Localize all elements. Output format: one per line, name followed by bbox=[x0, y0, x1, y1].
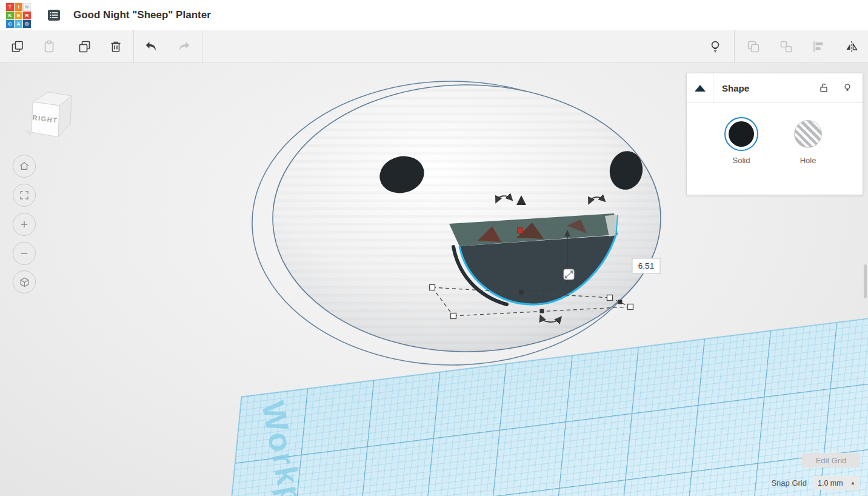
right-scrollbar[interactable] bbox=[864, 264, 867, 298]
logo-letter: T bbox=[6, 3, 14, 11]
solid-option-label: Solid bbox=[733, 156, 750, 165]
viewcube[interactable]: RIGHT bbox=[21, 84, 81, 144]
solid-selected-ring bbox=[724, 117, 758, 151]
inspector-title: Shape bbox=[722, 83, 749, 93]
chevron-up-icon: ▲ bbox=[850, 480, 855, 486]
solid-swatch bbox=[729, 121, 754, 147]
edge-scale-handle[interactable] bbox=[519, 290, 524, 295]
solid-option[interactable]: Solid bbox=[714, 116, 769, 165]
home-view-button[interactable] bbox=[13, 155, 36, 178]
ungroup-icon[interactable] bbox=[778, 39, 794, 55]
toolbar-separator bbox=[133, 30, 134, 63]
main-toolbar bbox=[0, 30, 868, 63]
perspective-toggle-button[interactable] bbox=[13, 270, 36, 293]
design-menu-icon[interactable] bbox=[45, 7, 62, 23]
hole-option[interactable]: Hole bbox=[781, 116, 835, 165]
toolbar-right-group bbox=[707, 30, 868, 63]
logo-letter: D bbox=[23, 20, 31, 28]
logo-letter: C bbox=[6, 20, 14, 28]
corner-scale-handle[interactable] bbox=[628, 304, 633, 310]
copy-icon[interactable] bbox=[10, 39, 25, 55]
inspector-header: Shape bbox=[687, 73, 863, 103]
edge-scale-handle[interactable] bbox=[540, 309, 544, 313]
logo-letter: I bbox=[15, 3, 22, 11]
dimension-value: 6.51 bbox=[638, 261, 654, 270]
edge-scale-handle[interactable] bbox=[618, 300, 623, 304]
paste-icon[interactable] bbox=[41, 39, 57, 55]
snap-grid-value: 1.0 mm bbox=[818, 479, 843, 488]
collapse-panel-button[interactable] bbox=[687, 73, 713, 102]
dimension-label[interactable]: 6.51 bbox=[632, 258, 660, 273]
logo-letter: K bbox=[6, 12, 14, 19]
logo-letter: E bbox=[15, 12, 22, 19]
edit-grid-button[interactable]: Edit Grid bbox=[802, 453, 860, 468]
corner-scale-handle[interactable] bbox=[607, 295, 613, 301]
duplicate-icon[interactable] bbox=[77, 39, 93, 55]
collapse-up-icon bbox=[695, 85, 706, 92]
delete-icon[interactable] bbox=[108, 39, 124, 55]
tinkercad-logo[interactable]: T I N K E R C A D bbox=[6, 3, 31, 28]
snap-grid-controls: Snap Grid 1.0 mm ▲ bbox=[771, 476, 860, 490]
toolbar-separator bbox=[202, 30, 202, 63]
inspector-body: Solid Hole bbox=[687, 103, 863, 165]
viewcube-shadow bbox=[25, 130, 32, 137]
show-all-lightbulb-icon[interactable] bbox=[707, 39, 723, 55]
shape-inspector-panel: Shape Solid Hole bbox=[686, 73, 863, 195]
hole-swatch bbox=[794, 120, 822, 148]
group-icon[interactable] bbox=[746, 39, 761, 55]
app-header: T I N K E R C A D Good Night "Sheep" Pla… bbox=[0, 0, 868, 30]
hole-option-label: Hole bbox=[800, 156, 816, 165]
logo-letter: N bbox=[23, 3, 31, 11]
undo-icon[interactable] bbox=[144, 39, 159, 55]
zoom-out-button[interactable] bbox=[13, 242, 36, 265]
snap-grid-label: Snap Grid bbox=[771, 478, 807, 488]
redo-icon[interactable] bbox=[176, 39, 192, 55]
align-icon[interactable] bbox=[811, 39, 827, 55]
corner-scale-handle[interactable] bbox=[451, 313, 456, 319]
design-title[interactable]: Good Night "Sheep" Planter bbox=[73, 9, 211, 21]
toolbar-separator bbox=[734, 30, 735, 63]
height-scale-handle[interactable] bbox=[518, 228, 523, 233]
logo-letter: R bbox=[23, 12, 31, 19]
snap-grid-select[interactable]: 1.0 mm ▲ bbox=[813, 476, 860, 490]
corner-scale-handle[interactable] bbox=[430, 285, 435, 290]
scale-cursor-glyph bbox=[564, 269, 574, 280]
zoom-in-button[interactable] bbox=[13, 213, 36, 236]
logo-letter: A bbox=[15, 20, 22, 28]
fit-view-button[interactable] bbox=[13, 184, 36, 207]
mirror-icon[interactable] bbox=[844, 39, 860, 55]
lightbulb-icon[interactable] bbox=[842, 82, 853, 93]
lock-icon[interactable] bbox=[818, 82, 830, 94]
